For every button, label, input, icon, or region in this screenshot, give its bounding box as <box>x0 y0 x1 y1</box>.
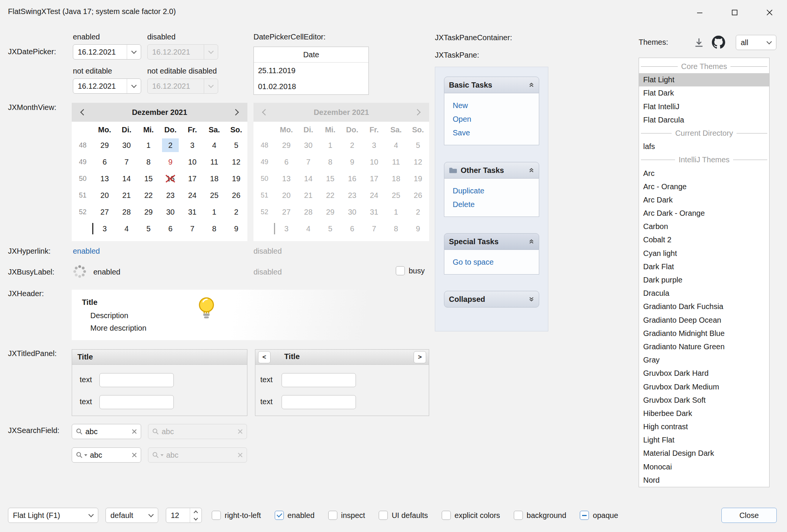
theme-list-item[interactable]: Light Flat <box>639 433 769 447</box>
checkbox-enabled[interactable]: enabled <box>275 511 315 520</box>
font-size-spinner[interactable]: 12 <box>166 508 202 523</box>
taskpane-header[interactable]: Other Tasks <box>444 162 539 179</box>
day-cell[interactable]: 24 <box>181 187 203 204</box>
theme-list-item[interactable]: Arc <box>639 167 769 180</box>
day-cell[interactable]: 6 <box>159 220 181 237</box>
taskpane-item[interactable]: Go to space <box>444 255 539 269</box>
taskpane-item[interactable]: New <box>444 99 539 112</box>
day-cell[interactable]: 6 <box>94 154 116 170</box>
theme-list-item[interactable]: Nord <box>639 474 769 487</box>
checkbox-opaque[interactable]: opaque <box>580 511 618 520</box>
datepicker-dropdown-button[interactable] <box>127 79 141 93</box>
day-cell[interactable]: 11 <box>203 154 225 170</box>
clear-search-icon[interactable] <box>132 452 137 458</box>
day-cell[interactable]: 23 <box>159 187 181 204</box>
theme-list-item[interactable]: Gradianto Dark Fuchsia <box>639 300 769 313</box>
checkbox-explicit-colors[interactable]: explicit colors <box>442 511 500 520</box>
theme-list-item[interactable]: Carbon <box>639 220 769 233</box>
collapse-icon[interactable] <box>529 239 534 244</box>
collapse-icon[interactable] <box>529 82 534 88</box>
theme-list-item[interactable]: Dark Flat <box>639 260 769 273</box>
theme-list-item[interactable]: Hiberbee Dark <box>639 407 769 420</box>
taskpane-item[interactable]: Delete <box>444 198 539 211</box>
theme-list-item[interactable]: Gradianto Midnight Blue <box>639 327 769 340</box>
theme-list-item[interactable]: Flat Light <box>639 73 769 86</box>
checkbox-inspect[interactable]: inspect <box>328 511 365 520</box>
close-button[interactable]: Close <box>721 508 777 523</box>
search-input[interactable] <box>90 451 129 460</box>
text-input[interactable] <box>99 373 174 387</box>
search-field-with-menu-enabled[interactable] <box>72 447 141 463</box>
day-cell[interactable]: 1 <box>137 137 159 154</box>
day-cell[interactable]: 1 <box>203 204 225 220</box>
day-cell[interactable]: 30 <box>159 204 181 220</box>
table-row[interactable]: 25.11.2019 <box>254 63 368 78</box>
day-cell[interactable]: 27 <box>94 204 116 220</box>
day-cell[interactable]: 4 <box>203 137 225 154</box>
day-cell[interactable]: 3 <box>94 220 116 237</box>
theme-list-item[interactable]: Arc Dark <box>639 193 769 207</box>
day-cell[interactable]: 13 <box>94 170 116 187</box>
github-icon[interactable] <box>712 36 725 51</box>
theme-list-item[interactable]: Flat Dark <box>639 86 769 100</box>
day-cell[interactable]: 7 <box>181 220 203 237</box>
close-window-button[interactable] <box>752 0 787 25</box>
taskpane-header[interactable]: Basic Tasks <box>444 77 539 93</box>
expand-icon[interactable] <box>529 297 534 302</box>
day-cell[interactable]: 26 <box>225 187 247 204</box>
theme-list-item[interactable]: Arc - Orange <box>639 180 769 193</box>
table-row[interactable]: 01.02.2018 <box>254 78 368 94</box>
search-field-enabled[interactable] <box>72 424 141 439</box>
theme-list-item[interactable]: Gruvbox Dark Soft <box>639 394 769 407</box>
theme-list-item[interactable]: Flat Darcula <box>639 113 769 127</box>
theme-list-item[interactable]: Dracula <box>639 287 769 300</box>
checkbox-box[interactable] <box>580 511 589 520</box>
checkbox-box[interactable] <box>514 511 523 520</box>
day-cell[interactable]: 4 <box>116 220 138 237</box>
datepicker-dropdown-button[interactable] <box>127 45 141 59</box>
day-cell[interactable]: 28 <box>116 204 138 220</box>
day-cell[interactable]: 31 <box>181 204 203 220</box>
theme-list-item[interactable]: Gradianto Deep Ocean <box>639 314 769 327</box>
theme-list-item[interactable]: Cobalt 2 <box>639 233 769 246</box>
day-cell[interactable]: 5 <box>225 137 247 154</box>
day-cell[interactable]: 16 <box>159 170 181 187</box>
theme-list-item[interactable]: Gruvbox Dark Medium <box>639 380 769 394</box>
clear-search-icon[interactable] <box>132 429 137 434</box>
theme-list-item[interactable]: Dark purple <box>639 273 769 287</box>
minimize-button[interactable] <box>682 0 717 25</box>
collapse-icon[interactable] <box>529 168 534 173</box>
day-cell[interactable]: 20 <box>94 187 116 204</box>
maximize-button[interactable] <box>717 0 752 25</box>
day-cell[interactable]: 2 <box>159 137 181 154</box>
search-menu-arrow-icon[interactable] <box>84 454 87 456</box>
day-cell[interactable]: 17 <box>181 170 203 187</box>
taskpane-header[interactable]: Collapsed <box>444 291 539 308</box>
search-input[interactable] <box>85 427 129 436</box>
datepicker-not-editable[interactable]: 16.12.2021 <box>73 78 141 94</box>
day-cell[interactable]: 8 <box>203 220 225 237</box>
font-combo[interactable]: default <box>105 508 158 523</box>
day-cell[interactable]: 8 <box>137 154 159 170</box>
day-cell[interactable]: 25 <box>203 187 225 204</box>
day-cell[interactable]: 9 <box>225 220 247 237</box>
theme-list-item[interactable]: Gradianto Nature Green <box>639 340 769 353</box>
checkbox-box[interactable] <box>275 511 284 520</box>
text-input[interactable] <box>282 373 356 387</box>
spinner-up-button[interactable] <box>190 508 201 515</box>
theme-list-item[interactable]: High contrast <box>639 420 769 433</box>
taskpane-item[interactable]: Open <box>444 112 539 126</box>
text-input[interactable] <box>282 395 356 409</box>
day-cell[interactable]: 29 <box>137 204 159 220</box>
theme-list-item[interactable]: Gruvbox Dark Hard <box>639 367 769 380</box>
taskpane-item[interactable]: Duplicate <box>444 184 539 198</box>
busy-checkbox-group[interactable]: busy <box>396 266 425 275</box>
busy-checkbox[interactable] <box>396 266 405 275</box>
titled-panel-next-button[interactable]: > <box>414 351 426 363</box>
day-cell[interactable]: 10 <box>181 154 203 170</box>
theme-list-item[interactable]: lafs <box>639 140 769 153</box>
theme-list-item[interactable]: Monocai <box>639 460 769 474</box>
day-cell[interactable]: 5 <box>137 220 159 237</box>
hyperlink-enabled[interactable]: enabled <box>73 247 100 256</box>
next-month-button[interactable] <box>227 104 244 121</box>
